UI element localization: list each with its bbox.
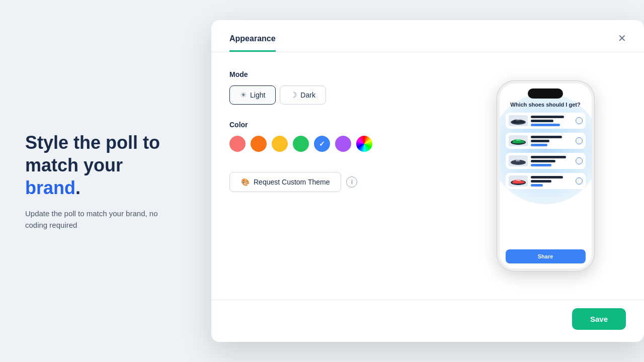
color-swatches xyxy=(229,136,445,152)
poll-option-4 xyxy=(506,173,586,189)
moon-icon: ☽ xyxy=(290,90,297,100)
shoe-img-1 xyxy=(509,115,528,126)
dark-mode-button[interactable]: ☽ Dark xyxy=(280,85,326,105)
sun-icon: ☀ xyxy=(240,90,247,100)
custom-theme-row: 🎨 Request Custom Theme i xyxy=(229,172,445,192)
custom-theme-button[interactable]: 🎨 Request Custom Theme xyxy=(229,172,341,192)
swatch-rainbow[interactable] xyxy=(356,136,372,152)
svg-rect-1 xyxy=(516,120,520,121)
swatch-yellow[interactable] xyxy=(272,136,288,152)
dark-label: Dark xyxy=(300,91,315,99)
swatch-blue[interactable] xyxy=(314,136,330,152)
mode-buttons: ☀ Light ☽ Dark xyxy=(229,85,445,105)
radio-2[interactable] xyxy=(576,137,583,144)
hero-subtitle: Update the poll to match your brand, no … xyxy=(25,208,176,231)
modal-footer: Save xyxy=(211,300,644,342)
light-label: Light xyxy=(250,91,265,99)
svg-rect-5 xyxy=(516,160,520,161)
poll-option-2 xyxy=(506,133,586,149)
phone-notch xyxy=(528,88,563,99)
settings-panel: Mode ☀ Light ☽ Dark Color xyxy=(229,70,445,282)
custom-theme-label: Request Custom Theme xyxy=(254,178,330,186)
poll-option-1 xyxy=(506,113,586,129)
option-bars-2 xyxy=(531,136,573,146)
hero-heading: Style the poll to match your brand. xyxy=(25,131,176,199)
shoe-img-3 xyxy=(509,155,528,166)
color-section: Color xyxy=(229,121,445,152)
option-bars-1 xyxy=(531,116,573,126)
info-icon[interactable]: i xyxy=(346,176,357,188)
radio-1[interactable] xyxy=(576,117,583,124)
swatch-orange[interactable] xyxy=(251,136,267,152)
palette-emoji: 🎨 xyxy=(241,178,250,186)
phone-content: Which shoes should I get? xyxy=(500,83,592,247)
svg-rect-7 xyxy=(516,179,521,181)
share-button[interactable]: Share xyxy=(506,249,586,263)
left-panel: Style the poll to match your brand. Upda… xyxy=(0,101,201,261)
modal-header: Appearance ✕ xyxy=(211,20,644,52)
modal-tabs: Appearance xyxy=(229,34,626,52)
mode-label: Mode xyxy=(229,70,445,78)
swatch-purple[interactable] xyxy=(335,136,351,152)
option-bars-3 xyxy=(531,156,573,166)
close-button[interactable]: ✕ xyxy=(614,30,630,46)
svg-rect-3 xyxy=(516,139,521,141)
poll-option-3 xyxy=(506,153,586,169)
light-mode-button[interactable]: ☀ Light xyxy=(229,85,276,105)
option-bars-4 xyxy=(531,176,573,187)
phone-screen: Which shoes should I get? xyxy=(500,83,592,268)
mode-section: Mode ☀ Light ☽ Dark xyxy=(229,70,445,105)
save-button[interactable]: Save xyxy=(572,308,626,330)
phone-preview: Which shoes should I get? xyxy=(465,70,626,282)
phone-outer: Which shoes should I get? xyxy=(497,80,595,272)
modal-body: Mode ☀ Light ☽ Dark Color xyxy=(211,52,644,300)
tab-appearance[interactable]: Appearance xyxy=(229,34,276,52)
poll-title: Which shoes should I get? xyxy=(506,102,586,108)
appearance-modal: Appearance ✕ Mode ☀ Light ☽ Dark xyxy=(211,20,644,342)
swatch-green[interactable] xyxy=(293,136,309,152)
shoe-img-2 xyxy=(509,135,528,146)
radio-4[interactable] xyxy=(576,177,583,185)
swatch-red[interactable] xyxy=(229,136,246,152)
radio-3[interactable] xyxy=(576,157,583,164)
color-label: Color xyxy=(229,121,445,129)
shoe-img-4 xyxy=(509,175,528,187)
